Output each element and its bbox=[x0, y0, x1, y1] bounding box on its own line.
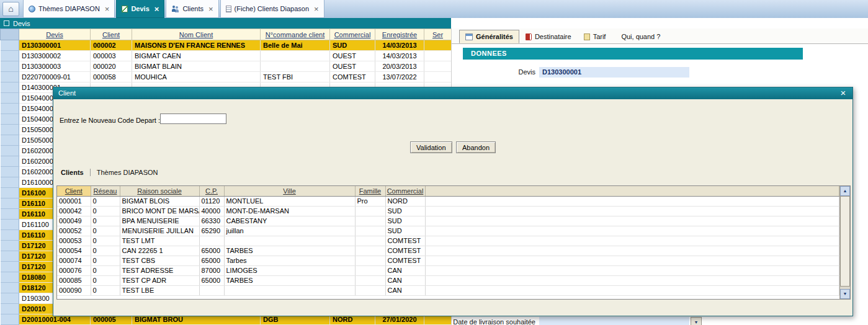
row-gutter-cell[interactable] bbox=[1, 51, 19, 61]
client-row[interactable]: 000085 0 TEST CP ADR 65000 TARBES CAN bbox=[57, 275, 839, 285]
header-raison-sociale[interactable]: Raison sociale bbox=[120, 186, 199, 196]
client-row[interactable]: 000074 0 TEST CBS 65000 Tarbes COMTEST bbox=[57, 256, 839, 265]
cell-commercial: OUEST bbox=[330, 51, 375, 61]
client-row[interactable]: 000054 0 CAN 22265 1 65000 TARBES COMTES… bbox=[57, 246, 839, 256]
cell-nom-client: MOUHICA bbox=[132, 72, 261, 82]
home-button[interactable]: ⌂ bbox=[2, 2, 19, 16]
validation-button[interactable]: Validation bbox=[410, 141, 452, 153]
client-row[interactable]: 000042 0 BRICO MONT DE MARSA 40000 MONT-… bbox=[57, 206, 839, 216]
header-cp[interactable]: C.P. bbox=[199, 186, 224, 196]
header-enregistree[interactable]: Enregistrée bbox=[375, 29, 424, 40]
row-gutter-cell[interactable] bbox=[1, 209, 19, 220]
row-gutter-cell[interactable] bbox=[1, 114, 19, 125]
tab-close-icon[interactable]: × bbox=[105, 4, 110, 14]
row-gutter-cell[interactable] bbox=[1, 293, 19, 304]
window-tabs: Thèmes DIAPASON × Devis × Clients × bbox=[23, 0, 324, 18]
devis-row[interactable]: D130300002 000003 BIGMAT CAEN OUEST 14/0… bbox=[1, 51, 452, 61]
devis-row[interactable]: D130300001 000002 MAISONS D'EN FRANCE RE… bbox=[1, 40, 452, 51]
row-gutter-cell[interactable] bbox=[1, 241, 19, 251]
client-row[interactable]: 000053 0 TEST LMT COMTEST bbox=[57, 236, 839, 246]
scroll-down-button[interactable]: ▼ bbox=[840, 289, 850, 299]
row-gutter-cell[interactable] bbox=[1, 125, 19, 135]
detail-tab[interactable]: Destinataire bbox=[519, 30, 578, 43]
row-gutter-cell[interactable] bbox=[1, 262, 19, 272]
dialog-tabs: Clients Thèmes DIAPASON bbox=[61, 169, 164, 176]
row-gutter-cell[interactable] bbox=[1, 230, 19, 241]
row-gutter-cell[interactable] bbox=[1, 198, 19, 209]
header-nom-client[interactable]: Nom Client bbox=[132, 29, 261, 40]
devis-row[interactable]: D130300003 000020 BIGMAT BLAIN OUEST 20/… bbox=[1, 61, 452, 72]
row-gutter-cell[interactable] bbox=[1, 135, 19, 146]
row-gutter-cell[interactable] bbox=[1, 40, 19, 51]
window-tab[interactable]: Thèmes DIAPASON × bbox=[23, 0, 115, 18]
date-field-value[interactable] bbox=[539, 317, 689, 325]
row-gutter-cell[interactable] bbox=[1, 220, 19, 230]
cell-commercial: SUD bbox=[385, 216, 425, 226]
header-ville[interactable]: Ville bbox=[224, 186, 355, 196]
header-devis[interactable]: Devis bbox=[19, 29, 91, 40]
scroll-up-button[interactable]: ▲ bbox=[840, 186, 850, 196]
row-gutter-cell[interactable] bbox=[1, 61, 19, 72]
row-gutter-cell[interactable] bbox=[1, 177, 19, 188]
row-gutter-cell[interactable] bbox=[1, 104, 19, 114]
dialog-tab[interactable]: Clients bbox=[61, 169, 90, 176]
detail-tab-icon bbox=[465, 33, 473, 40]
cell-ville: juillan bbox=[224, 226, 355, 236]
client-row[interactable]: 000090 0 TEST LBE CAN bbox=[57, 285, 839, 295]
row-gutter-cell[interactable] bbox=[1, 93, 19, 104]
cell-commercial: CAN bbox=[385, 275, 425, 285]
devis-row[interactable]: D220700009-01 000058 MOUHICA TEST FBI CO… bbox=[1, 72, 452, 82]
header-ser[interactable]: Ser bbox=[424, 29, 452, 40]
abandon-button[interactable]: Abandon bbox=[456, 141, 496, 153]
row-gutter-cell[interactable] bbox=[1, 72, 19, 82]
tab-close-icon[interactable]: × bbox=[208, 4, 213, 14]
new-code-input[interactable] bbox=[160, 114, 226, 124]
scrollbar-thumb[interactable] bbox=[840, 196, 850, 287]
row-gutter-cell[interactable] bbox=[1, 272, 19, 283]
client-row[interactable]: 000049 0 BPA MENUISERIE 66330 CABESTANY … bbox=[57, 216, 839, 226]
row-gutter-cell[interactable] bbox=[1, 304, 19, 314]
cell-client-code: 000085 bbox=[57, 275, 91, 285]
gutter-header[interactable] bbox=[1, 29, 19, 40]
window-tab[interactable]: Clients × bbox=[166, 0, 218, 18]
client-row[interactable]: 000076 0 TEST ADRESSE 87000 LIMOGES CAN bbox=[57, 265, 839, 275]
cell-reseau: 0 bbox=[91, 275, 120, 285]
cell-raison-sociale: BPA MENUISERIE bbox=[120, 216, 199, 226]
cell-famille bbox=[355, 275, 385, 285]
header-client[interactable]: Client bbox=[91, 29, 132, 40]
cell-ser bbox=[424, 51, 452, 61]
header-commercial[interactable]: Commercial bbox=[385, 186, 425, 196]
header-commande[interactable]: N°commande client bbox=[261, 29, 330, 40]
detail-tab[interactable]: Qui, quand ? bbox=[612, 30, 666, 43]
clients-table-container: Client Réseau Raison sociale C.P. Ville … bbox=[56, 185, 851, 300]
dialog-close-icon[interactable]: × bbox=[838, 87, 849, 99]
tab-close-icon[interactable]: × bbox=[154, 4, 159, 14]
row-gutter-cell[interactable] bbox=[1, 156, 19, 167]
detail-tab[interactable]: Généralités bbox=[459, 30, 519, 43]
detail-tab[interactable]: Tarif bbox=[578, 30, 612, 43]
dialog-tab[interactable]: Thèmes DIAPASON bbox=[90, 169, 164, 176]
window-tab[interactable]: (Fiche) Clients Diapason × bbox=[220, 0, 324, 18]
row-gutter-cell[interactable] bbox=[1, 188, 19, 198]
row-gutter-cell[interactable] bbox=[1, 167, 19, 177]
date-dropdown-button[interactable]: ▼ bbox=[691, 317, 702, 325]
client-row[interactable]: 000001 0 BIGMAT BLOIS 01120 MONTLUEL Pro… bbox=[57, 196, 839, 206]
cell-ville: MONT-DE-MARSAN bbox=[224, 206, 355, 216]
clients-table-scrollbar[interactable]: ▲ ▼ bbox=[839, 186, 850, 299]
cell-filler bbox=[425, 256, 839, 265]
cell-reseau: 0 bbox=[91, 256, 120, 265]
header-client-code[interactable]: Client bbox=[57, 186, 91, 196]
row-gutter-cell[interactable] bbox=[1, 283, 19, 293]
window-tab[interactable]: Devis × bbox=[116, 0, 164, 18]
row-gutter-cell[interactable] bbox=[1, 146, 19, 156]
cell-ser bbox=[424, 61, 452, 72]
row-gutter-cell[interactable] bbox=[1, 314, 19, 325]
header-reseau[interactable]: Réseau bbox=[91, 186, 120, 196]
row-gutter-cell[interactable] bbox=[1, 251, 19, 262]
row-gutter-cell[interactable] bbox=[1, 82, 19, 93]
client-row[interactable]: 000052 0 MENUISERIE JUILLAN 65290 juilla… bbox=[57, 226, 839, 236]
header-commercial[interactable]: Commercial bbox=[330, 29, 375, 40]
tab-close-icon[interactable]: × bbox=[314, 4, 319, 14]
header-famille[interactable]: Famille bbox=[355, 186, 385, 196]
devis-toolbar-icon bbox=[4, 20, 9, 26]
